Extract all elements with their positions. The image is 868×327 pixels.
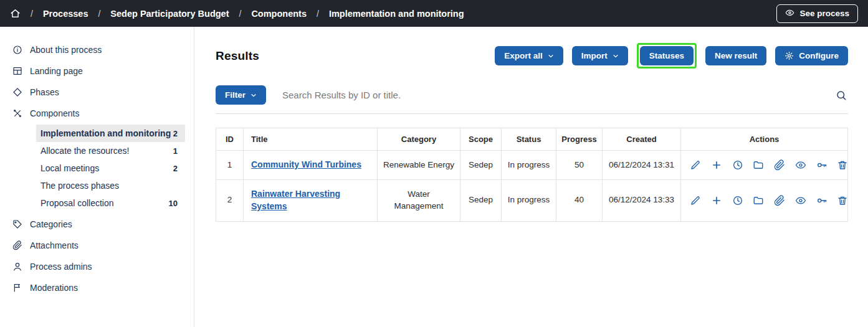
see-process-label: See process [799,9,849,18]
breadcrumb-processes[interactable]: Processes [43,9,88,19]
breadcrumb-current-component[interactable]: Implementation and monitoring [329,9,464,19]
main-content: Results Export all Import Statuses New r… [194,27,868,327]
add-action-button[interactable] [711,159,722,171]
layout-icon [12,66,22,76]
search-icon[interactable] [834,90,848,101]
chevron-down-icon [548,53,554,59]
clock-icon [732,159,743,171]
tools-icon [12,108,22,118]
folder-action-button[interactable] [753,195,764,206]
export-all-label: Export all [504,51,543,60]
table-row: 2 Rainwater Harvesting Systems Water Man… [216,179,848,221]
result-title-link[interactable]: Community Wind Turbines [251,159,361,169]
result-id: 1 [216,151,244,180]
filter-button[interactable]: Filter [216,85,266,105]
subitem-count-badge: 1 [173,146,178,156]
preview-action-button[interactable] [795,195,806,206]
search-input[interactable] [282,90,834,100]
column-header-scope: Scope [460,128,502,151]
sidebar-item-label: Moderations [30,283,78,293]
info-icon [12,45,22,55]
topbar: / Processes / Sedep Participatory Budget… [0,0,868,27]
sidebar-item-phases[interactable]: Phases [0,82,194,103]
sidebar-subitem-local-meetings[interactable]: Local meetings 2 [36,159,185,177]
statuses-label: Statuses [649,51,684,60]
eye-icon [785,8,794,19]
filter-label: Filter [225,90,246,100]
result-id: 2 [216,179,244,221]
sidebar-item-label: About this process [30,45,102,55]
permissions-action-button[interactable] [816,159,827,171]
folder-action-button[interactable] [753,159,764,171]
history-action-button[interactable] [732,195,743,206]
result-progress: 40 [556,179,603,221]
column-header-status: Status [502,128,556,151]
breadcrumb-process-name[interactable]: Sedep Participatory Budget [110,9,229,19]
statuses-button[interactable]: Statuses [640,46,694,65]
sidebar-item-moderations[interactable]: Moderations [0,277,194,298]
breadcrumb-separator: / [239,9,242,19]
sidebar: About this process Landing page Phases C… [0,27,194,327]
sidebar-subitem-proposal-collection[interactable]: Proposal collection 10 [36,194,185,212]
sidebar-item-about-this-process[interactable]: About this process [0,39,194,60]
key-icon [816,159,827,171]
import-button[interactable]: Import [572,46,628,65]
sidebar-item-attachments[interactable]: Attachments [0,235,194,256]
delete-action-button[interactable] [837,195,848,206]
sidebar-item-components[interactable]: Components [0,103,194,124]
result-status: In progress [502,151,556,180]
configure-label: Configure [799,51,839,60]
subitem-label: Proposal collection [41,198,114,208]
results-toolbar: Export all Import Statuses New result [495,43,848,69]
sidebar-subitem-implementation-and-monitoring[interactable]: Implementation and monitoring 2 [36,125,185,142]
edit-action-button[interactable] [690,159,701,171]
result-scope: Sedep [460,179,502,221]
breadcrumb-separator: / [31,9,33,19]
subitem-label: Local meetings [41,163,99,173]
history-action-button[interactable] [732,159,743,171]
trash-icon [837,195,848,206]
sidebar-item-process-admins[interactable]: Process admins [0,256,194,277]
import-label: Import [581,51,608,60]
configure-button[interactable]: Configure [775,46,848,65]
result-scope: Sedep [460,151,502,180]
column-header-title: Title [244,128,378,151]
subitem-count-badge: 2 [173,129,178,138]
sidebar-item-categories[interactable]: Categories [0,214,194,235]
subitem-count-badge: 10 [169,199,178,208]
pencil-icon [690,195,701,206]
sidebar-subitem-the-process-phases[interactable]: The process phases [36,177,185,194]
filter-search-row: Filter [216,85,848,114]
breadcrumb-components[interactable]: Components [251,9,307,19]
page-title: Results [216,49,259,63]
sidebar-item-landing-page[interactable]: Landing page [0,60,194,82]
new-result-button[interactable]: New result [705,46,766,65]
folder-icon [753,195,764,206]
preview-action-button[interactable] [795,159,806,171]
folder-icon [753,159,764,171]
permissions-action-button[interactable] [816,195,827,206]
paperclip-icon [12,240,22,250]
result-created: 06/12/2024 13:33 [603,179,681,221]
result-title-link[interactable]: Rainwater Harvesting Systems [251,189,340,211]
plus-icon [711,159,722,171]
table-row: 1 Community Wind Turbines Renewable Ener… [216,151,848,180]
chevron-down-icon [250,92,257,98]
diamond-icon [12,87,22,97]
add-action-button[interactable] [711,195,722,206]
attachments-action-button[interactable] [774,195,785,206]
export-all-button[interactable]: Export all [495,46,563,65]
column-header-actions: Actions [681,128,848,151]
delete-action-button[interactable] [837,159,848,171]
result-status: In progress [502,179,556,221]
result-category: Water Management [378,179,460,221]
attachments-action-button[interactable] [774,159,785,171]
column-header-created: Created [603,128,681,151]
home-icon[interactable] [10,8,21,19]
see-process-button[interactable]: See process [776,4,858,23]
edit-action-button[interactable] [690,195,701,206]
result-created: 06/12/2024 13:31 [603,151,681,180]
table-header-row: ID Title Category Scope Status Progress … [216,128,848,151]
flag-icon [12,283,22,293]
sidebar-subitem-allocate-the-resources[interactable]: Allocate the resources! 1 [36,142,185,159]
